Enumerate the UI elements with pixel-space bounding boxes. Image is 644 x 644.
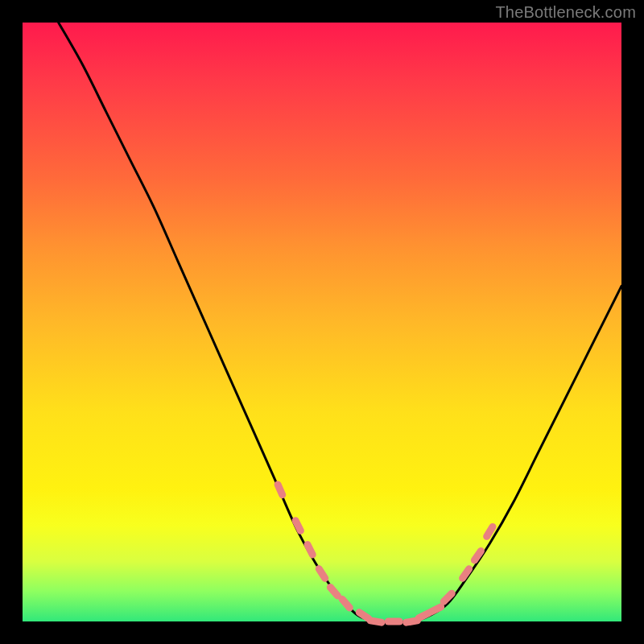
highlight-marker <box>295 521 300 531</box>
bottleneck-curve <box>59 23 621 622</box>
watermark-text: TheBottleneck.com <box>495 3 636 22</box>
plot-area <box>23 23 621 621</box>
highlight-marker <box>407 621 418 622</box>
highlight-marker <box>308 544 312 555</box>
highlight-marker <box>330 587 337 596</box>
highlight-marker <box>278 485 283 495</box>
highlight-marker <box>342 599 349 608</box>
chart-svg <box>23 23 621 621</box>
highlight-marker <box>431 607 441 612</box>
chart-frame: TheBottleneck.com <box>0 0 644 644</box>
highlight-marker <box>319 569 325 579</box>
highlight-marker <box>487 526 493 536</box>
highlight-marker <box>419 613 429 617</box>
highlight-marker <box>370 621 382 622</box>
highlight-markers <box>278 485 493 622</box>
